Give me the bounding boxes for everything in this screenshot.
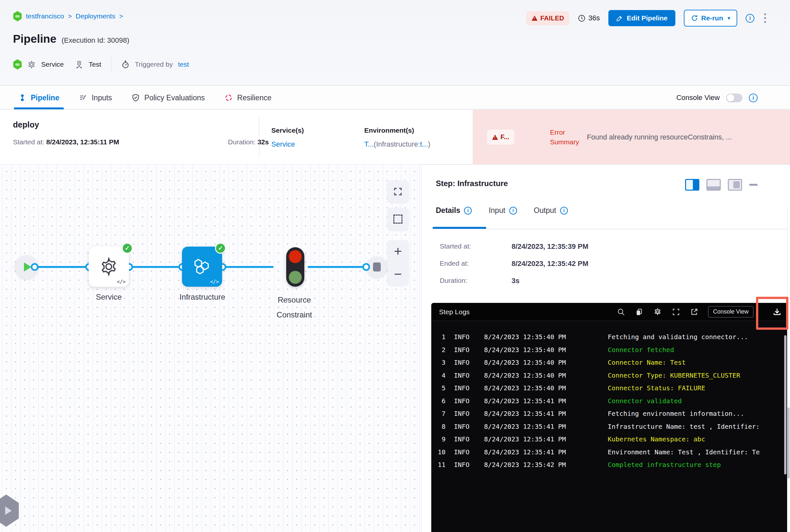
log-line: 9INFO8/24/2023 12:35:41 PMKubernetes Nam… — [431, 433, 788, 446]
step-details-panel: Step: Infrastructure Detailsi Inputi Out… — [421, 165, 790, 532]
tab-output[interactable]: Outputi — [534, 206, 568, 215]
tab-details[interactable]: Detailsi — [436, 206, 472, 215]
tab-resilience[interactable]: Resilience — [224, 86, 272, 109]
info-icon[interactable]: i — [464, 207, 472, 214]
gear-icon — [27, 60, 36, 69]
info-icon[interactable]: i — [746, 14, 754, 23]
pipeline-graph-canvas[interactable]: ✓ </> ✓ </> Service Infrastructure Resou… — [0, 165, 421, 532]
detail-label: Ended at: — [440, 260, 512, 268]
rerun-button[interactable]: Re-run ▾ — [684, 10, 737, 26]
node-label-infrastructure: Infrastructure — [175, 292, 230, 302]
scrollbar-thumb[interactable] — [787, 407, 790, 479]
started-at-label: Started at: — [13, 138, 44, 146]
minimize-panel-button[interactable] — [749, 184, 758, 186]
log-settings-icon[interactable] — [653, 307, 662, 317]
tab-policy-evaluations[interactable]: Policy Evaluations — [131, 86, 205, 109]
log-line: 10INFO8/24/2023 12:35:41 PMEnvironment N… — [431, 446, 788, 459]
resilience-chaos-icon — [224, 94, 233, 102]
step-logs-header: Step Logs Console View — [431, 303, 788, 321]
panel-scrollbar[interactable] — [787, 207, 790, 532]
tab-pipeline[interactable]: Pipeline — [18, 86, 59, 109]
harness-cd-icon: ∞ — [13, 59, 22, 70]
fullscreen-logs-icon[interactable] — [672, 308, 680, 316]
infrastructure-link[interactable]: t... — [420, 140, 428, 148]
arrow-right-icon — [5, 507, 12, 515]
environment-icon — [75, 60, 84, 69]
layout-bottom-view-button[interactable] — [706, 179, 721, 191]
download-logs-icon[interactable] — [772, 307, 782, 317]
console-view-toggle[interactable] — [726, 94, 742, 102]
layout-right-view-button[interactable] — [685, 179, 699, 191]
node-resource-constraint[interactable] — [286, 247, 304, 287]
stage-summary-bar: deploy Started at: 8/24/2023, 12:35:11 P… — [0, 110, 790, 165]
log-scrollbar[interactable] — [784, 335, 787, 474]
success-check-badge: ✓ — [122, 243, 133, 254]
step-panel-title: Step: Infrastructure — [436, 179, 508, 188]
info-icon[interactable]: i — [749, 94, 758, 102]
info-icon[interactable]: i — [509, 207, 517, 214]
started-at-value: 8/24/2023, 12:35:11 PM — [46, 138, 119, 146]
detail-row-duration: Duration: 3s — [440, 277, 588, 285]
marquee-select-button[interactable] — [387, 208, 409, 230]
detail-value: 8/24/2023, 12:35:42 PM — [512, 260, 588, 268]
environment-value: T...(Infrastructure:t...) — [364, 140, 430, 149]
copy-logs-icon[interactable] — [635, 308, 643, 316]
page-header: ∞ testfrancisco > Deployments > Pipeline… — [0, 0, 790, 86]
tab-inputs[interactable]: Inputs — [79, 86, 112, 109]
search-logs-icon[interactable] — [617, 308, 625, 316]
zoom-out-button[interactable]: − — [387, 263, 409, 285]
environment-name[interactable]: Test — [89, 60, 102, 68]
play-icon — [24, 263, 32, 271]
log-line: 1INFO8/24/2023 12:35:40 PMFetching and v… — [431, 331, 788, 344]
shield-check-icon — [131, 94, 140, 102]
connector-dot — [31, 263, 38, 271]
zoom-controls: + − — [387, 240, 409, 285]
breadcrumb-project[interactable]: testfrancisco — [26, 12, 64, 20]
execution-id: (Execution Id: 30098) — [61, 36, 129, 45]
edit-pipeline-button[interactable]: Edit Pipeline — [608, 10, 675, 26]
error-summary-strip: F... Error Summary Found already running… — [473, 110, 790, 165]
fullscreen-canvas-button[interactable] — [387, 180, 409, 203]
node-label-service: Service — [89, 292, 129, 302]
service-link[interactable]: Service — [271, 140, 304, 149]
status-badge: FAILED — [527, 11, 570, 25]
expand-nav-handle[interactable] — [0, 494, 19, 527]
service-name[interactable]: Service — [41, 60, 64, 68]
more-options-menu[interactable] — [763, 12, 767, 24]
services-label: Service(s) — [271, 127, 304, 134]
log-line: 2INFO8/24/2023 12:35:40 PMConnector fetc… — [431, 344, 788, 357]
detail-row-started: Started at: 8/24/2023, 12:35:39 PM — [440, 242, 588, 251]
error-status-pill: F... — [487, 130, 514, 145]
edge — [308, 266, 366, 268]
log-line: 3INFO8/24/2023 12:35:40 PMConnector Name… — [431, 356, 788, 369]
warning-icon — [492, 135, 498, 140]
open-in-new-icon[interactable] — [690, 308, 698, 316]
node-infrastructure[interactable]: ✓ </> — [182, 247, 222, 287]
tab-input[interactable]: Inputi — [489, 206, 517, 215]
stage-name[interactable]: deploy — [13, 120, 39, 130]
console-view-label: Console View — [676, 94, 720, 102]
marquee-icon — [393, 214, 402, 224]
breadcrumb-deployments[interactable]: Deployments — [76, 12, 115, 20]
node-service[interactable]: ✓ </> — [89, 247, 129, 287]
traffic-red-light — [289, 250, 302, 263]
chevron-right-icon: > — [119, 13, 123, 20]
step-logs-title: Step Logs — [439, 308, 470, 316]
stopwatch-icon — [121, 60, 130, 69]
page-title: Pipeline — [13, 32, 56, 45]
log-line: 4INFO8/24/2023 12:35:40 PMConnector Type… — [431, 369, 788, 382]
pencil-icon — [616, 15, 623, 22]
traffic-green-light — [289, 271, 302, 284]
layout-minimized-view-button[interactable] — [728, 179, 742, 191]
environment-link[interactable]: T... — [364, 140, 374, 148]
stop-icon — [373, 263, 381, 271]
triggered-by-user[interactable]: test — [178, 60, 189, 68]
edge — [222, 266, 274, 268]
log-line: 6INFO8/24/2023 12:35:41 PMConnector vali… — [431, 395, 788, 408]
console-view-button[interactable]: Console View — [708, 306, 753, 318]
log-lines[interactable]: 1INFO8/24/2023 12:35:40 PMFetching and v… — [431, 321, 788, 472]
warning-icon — [532, 16, 537, 21]
node-label-resource-constraint: Resource Constraint — [265, 292, 324, 322]
zoom-in-button[interactable]: + — [387, 240, 409, 263]
info-icon[interactable]: i — [560, 207, 568, 214]
